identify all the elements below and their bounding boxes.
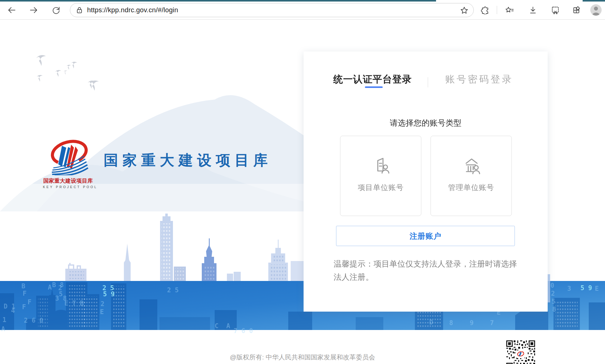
profile-avatar[interactable] bbox=[590, 4, 602, 16]
toolbar-divider bbox=[497, 6, 497, 14]
favorites-star-list-icon bbox=[505, 6, 514, 15]
band-glyph: E bbox=[100, 308, 104, 316]
account-type-prompt: 请选择您的账号类型 bbox=[304, 118, 548, 128]
band-glyph: A bbox=[48, 284, 52, 291]
bank-user-icon bbox=[460, 155, 483, 178]
logo-subtitle-en: KEY PROJECT POOL bbox=[43, 185, 93, 189]
favorites-button[interactable] bbox=[505, 5, 515, 15]
back-button[interactable] bbox=[7, 5, 17, 15]
lock-icon bbox=[76, 6, 83, 14]
login-notice-text: 温馨提示：项目单位仅支持法人登录，注册时请选择法人注册。 bbox=[334, 257, 519, 284]
tab-unified-auth-login[interactable]: 统一认证平台登录 bbox=[333, 73, 412, 86]
window-top-strip bbox=[0, 0, 436, 2]
download-icon bbox=[529, 6, 537, 14]
extensions-button[interactable] bbox=[480, 5, 490, 15]
apps-grid-icon bbox=[572, 6, 581, 14]
band-glyph: 3 bbox=[567, 285, 571, 292]
band-glyph: E T B bbox=[64, 300, 84, 307]
back-arrow-icon bbox=[7, 6, 16, 14]
band-glyph: 7 6 0 bbox=[234, 327, 253, 335]
extensions-puzzle-icon bbox=[481, 6, 489, 14]
login-card: 统一认证平台登录 账号密码登录 请选择您的账号类型 项目单位账号 管 bbox=[304, 51, 548, 312]
band-glyph: 2 bbox=[101, 300, 105, 308]
band-glyph: 4 bbox=[11, 307, 15, 314]
tab-password-login[interactable]: 账号密码登录 bbox=[445, 73, 513, 86]
band-glyph: A bbox=[1, 325, 5, 333]
web-capture-button[interactable] bbox=[550, 5, 560, 15]
band-glyph: E bbox=[595, 285, 599, 292]
active-tab-underline bbox=[365, 86, 383, 88]
band-glyph: 2 bbox=[551, 290, 555, 297]
window-top-strip bbox=[583, 0, 605, 2]
site-title: 国家重大建设项目库 bbox=[104, 151, 272, 170]
band-glyph: 0 bbox=[550, 282, 554, 289]
band-glyph: C A bbox=[215, 322, 230, 330]
band-glyph: 8 bbox=[552, 306, 556, 313]
band-glyph: D bbox=[429, 319, 433, 326]
account-type-label: 管理单位账号 bbox=[448, 183, 494, 192]
key-project-pool-logo-icon bbox=[43, 138, 93, 175]
band-glyph: 9 bbox=[470, 319, 474, 327]
refresh-button[interactable] bbox=[51, 5, 61, 15]
account-type-admin-unit[interactable]: 管理单位账号 bbox=[431, 136, 512, 216]
band-glyph: F bbox=[23, 290, 27, 297]
band-glyph: F bbox=[28, 298, 32, 306]
qr-code bbox=[505, 339, 536, 364]
bookmark-button[interactable] bbox=[459, 6, 469, 15]
band-glyph: 5 bbox=[552, 298, 556, 305]
account-type-project-unit[interactable]: 项目单位账号 bbox=[340, 136, 421, 216]
refresh-icon bbox=[52, 6, 60, 14]
band-glyph: 2 5 bbox=[167, 286, 179, 294]
address-bar[interactable]: https://kpp.ndrc.gov.cn/#/login bbox=[70, 3, 474, 17]
birds-decoration bbox=[28, 49, 123, 101]
forward-button[interactable] bbox=[29, 5, 39, 15]
browser-toolbar: https://kpp.ndrc.gov.cn/#/login bbox=[0, 0, 605, 20]
band-glyph: 5 9 bbox=[580, 284, 592, 292]
register-account-button[interactable]: 注册账户 bbox=[336, 226, 515, 246]
site-logo: 国家重大建设项目库 KEY PROJECT POOL bbox=[43, 138, 93, 189]
account-type-label: 项目单位账号 bbox=[358, 183, 404, 192]
apps-button[interactable] bbox=[572, 5, 581, 15]
band-glyph: 7 bbox=[490, 319, 494, 327]
band-glyph: 8 bbox=[449, 319, 453, 327]
band-glyph: 1 bbox=[2, 316, 6, 324]
building-user-icon bbox=[370, 155, 392, 178]
band-glyph: F bbox=[22, 303, 26, 311]
qr-center-logo bbox=[516, 351, 525, 358]
browser-window: https://kpp.ndrc.gov.cn/#/login bbox=[0, 0, 605, 364]
downloads-button[interactable] bbox=[528, 5, 538, 15]
bookmark-star-icon bbox=[460, 6, 469, 15]
forward-arrow-icon bbox=[29, 6, 38, 14]
url-text[interactable]: https://kpp.ndrc.gov.cn/#/login bbox=[87, 6, 178, 14]
band-glyph: 5 9 bbox=[103, 290, 115, 298]
band-glyph: B bbox=[21, 282, 25, 290]
profile-person-icon bbox=[590, 4, 602, 16]
band-glyph: 2 6 0 bbox=[24, 317, 43, 324]
tab-divider bbox=[428, 77, 428, 87]
web-capture-icon bbox=[551, 6, 560, 14]
background-building-sliver bbox=[548, 274, 550, 302]
logo-title-cn: 国家重大建设项目库 bbox=[43, 177, 93, 184]
